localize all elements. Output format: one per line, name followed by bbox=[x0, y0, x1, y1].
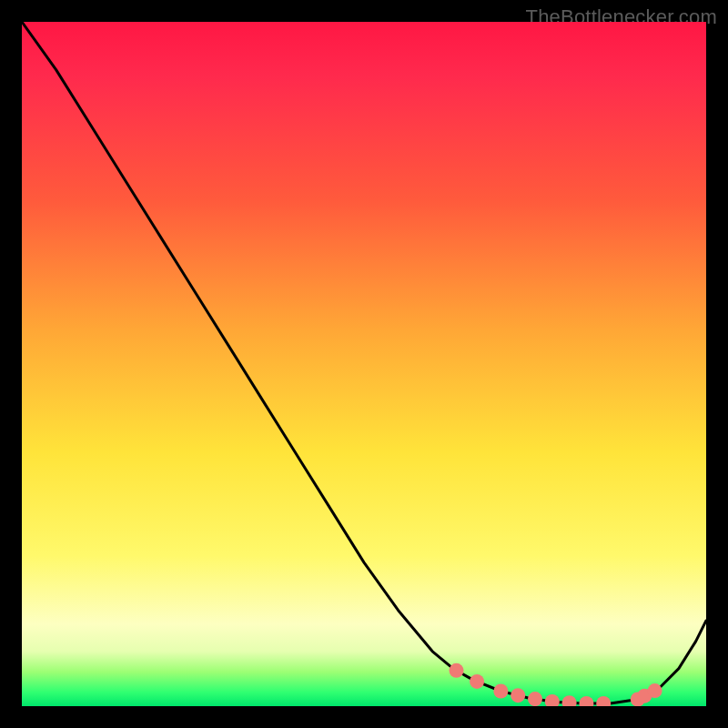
plot-area bbox=[22, 22, 706, 706]
chart-frame: TheBottlenecker.com bbox=[0, 0, 728, 728]
curve-marker bbox=[562, 695, 577, 706]
curve-marker bbox=[596, 696, 611, 706]
main-curve bbox=[22, 22, 706, 703]
curve-marker bbox=[528, 692, 542, 706]
curve-marker bbox=[579, 696, 593, 706]
curve-layer bbox=[22, 22, 706, 706]
curve-marker bbox=[648, 683, 662, 698]
curve-marker bbox=[450, 663, 464, 678]
curve-marker bbox=[493, 684, 508, 699]
curve-marker bbox=[511, 688, 525, 703]
curve-marker bbox=[545, 694, 560, 706]
curve-marker bbox=[470, 674, 484, 689]
